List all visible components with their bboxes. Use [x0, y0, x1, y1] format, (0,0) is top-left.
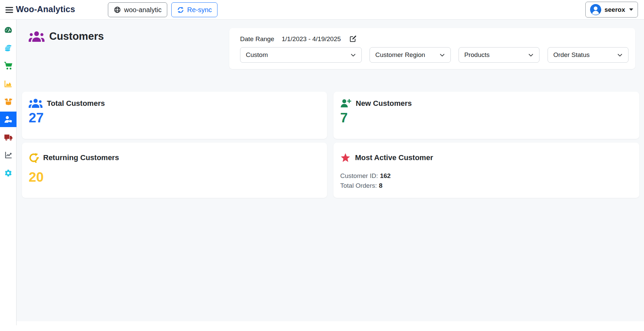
- card-header: Returning Customers: [29, 153, 119, 163]
- customer-id-row: Customer ID:162: [340, 172, 391, 180]
- page-header: Customers: [29, 30, 104, 42]
- period-select[interactable]: Custom: [240, 47, 362, 63]
- total-orders-label: Total Orders:: [340, 182, 377, 189]
- area-chart-icon: [4, 80, 12, 88]
- period-select-value: Custom: [246, 51, 268, 59]
- star-icon: [340, 153, 351, 163]
- card-title: Most Active Customer: [355, 153, 433, 162]
- new-customers-value: 7: [340, 111, 348, 124]
- resync-button-label: Re-sync: [187, 6, 212, 14]
- sidebar-item-dashboard[interactable]: [0, 22, 17, 38]
- chevron-down-icon: [528, 52, 534, 58]
- order-status-select-value: Order Status: [553, 51, 590, 59]
- redo-icon: [29, 153, 39, 163]
- user-name: seerox: [605, 6, 625, 13]
- date-range-value: 1/1/2023 - 4/19/2025: [282, 35, 341, 43]
- person-plus-icon: [340, 98, 351, 109]
- customer-details: Customer ID:162 Total Orders:8: [340, 172, 391, 189]
- resync-button[interactable]: Re-sync: [171, 2, 217, 17]
- sidebar-item-shipping[interactable]: [0, 129, 17, 145]
- globe-icon: [114, 6, 121, 13]
- chevron-down-icon: [439, 52, 445, 58]
- app-window: Woo-Analytics woo-analytic Re-: [0, 0, 644, 331]
- total-orders-row: Total Orders:8: [340, 182, 391, 189]
- date-range-row: Date Range 1/1/2023 - 4/19/2025: [240, 35, 357, 43]
- card-header: Total Customers: [29, 98, 105, 109]
- coins-icon: [4, 44, 12, 52]
- sidebar-item-analytics[interactable]: [0, 76, 17, 91]
- site-button-label: woo-analytic: [124, 6, 162, 14]
- returning-customers-value: 20: [29, 170, 44, 184]
- customer-region-select[interactable]: Customer Region: [370, 47, 451, 63]
- pencil-square-icon: [349, 35, 357, 43]
- customer-id-label: Customer ID:: [340, 172, 378, 179]
- customer-region-select-value: Customer Region: [375, 51, 425, 59]
- menu-toggle-icon[interactable]: [4, 5, 14, 14]
- truck-icon: [4, 133, 13, 142]
- users-icon: [29, 31, 45, 42]
- returning-customers-card: Returning Customers 20: [22, 143, 327, 198]
- card-title: Returning Customers: [43, 153, 119, 162]
- total-customers-card: Total Customers 27: [22, 92, 327, 139]
- edit-date-range-button[interactable]: [349, 35, 357, 43]
- sidebar-item-sales[interactable]: [0, 40, 17, 56]
- sidebar-item-products[interactable]: [0, 94, 17, 109]
- sync-icon: [177, 6, 184, 13]
- cart-icon: [4, 62, 12, 70]
- chevron-down-icon: [629, 8, 633, 11]
- sidebar-item-customers[interactable]: [0, 112, 17, 127]
- most-active-customer-card: Most Active Customer Customer ID:162 Tot…: [333, 143, 639, 198]
- total-orders-value: 8: [379, 182, 383, 189]
- topbar: Woo-Analytics woo-analytic Re-: [0, 0, 644, 20]
- user-menu-button[interactable]: seerox: [585, 2, 638, 18]
- person-tag-icon: [4, 115, 12, 124]
- chevron-down-icon: [350, 52, 356, 58]
- sidebar-item-orders[interactable]: [0, 58, 17, 73]
- sidebar-item-settings[interactable]: [0, 165, 17, 181]
- card-title: Total Customers: [47, 99, 105, 108]
- page-title: Customers: [49, 30, 104, 42]
- new-customers-card: New Customers 7: [333, 92, 639, 139]
- site-button[interactable]: woo-analytic: [108, 2, 167, 17]
- products-select-value: Products: [464, 51, 490, 59]
- date-range-label: Date Range: [240, 35, 274, 43]
- app-title: Woo-Analytics: [16, 4, 75, 14]
- users-icon: [29, 98, 42, 109]
- chevron-down-icon: [617, 52, 623, 58]
- products-select[interactable]: Products: [459, 47, 539, 63]
- main-content: Customers Date Range 1/1/2023 - 4/19/202…: [17, 20, 644, 321]
- chart-line-icon: [4, 151, 12, 159]
- sidebar: [0, 20, 17, 325]
- customer-id-value: 162: [380, 172, 391, 179]
- order-status-select[interactable]: Order Status: [548, 47, 628, 63]
- card-header: Most Active Customer: [340, 153, 433, 163]
- total-customers-value: 27: [29, 111, 44, 124]
- gear-icon: [4, 169, 12, 177]
- sidebar-item-trends[interactable]: [0, 147, 17, 163]
- box-open-icon: [4, 97, 13, 106]
- tachometer-icon: [4, 26, 12, 34]
- card-title: New Customers: [356, 99, 412, 108]
- card-header: New Customers: [340, 98, 412, 109]
- user-avatar-icon: [590, 4, 601, 15]
- filter-panel: Date Range 1/1/2023 - 4/19/2025 Custom C…: [229, 28, 635, 69]
